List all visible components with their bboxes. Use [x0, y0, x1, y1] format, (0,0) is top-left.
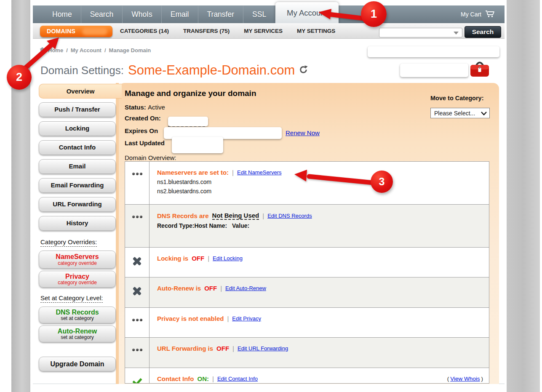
category-level-label: Auto-Renew — [58, 328, 97, 335]
table-row-contact-info: Contact Info ON: | Edit Contact Info ( V… — [125, 368, 489, 384]
view-whois-wrap: ( View Whois ) — [447, 376, 483, 382]
dots-icon — [132, 319, 142, 337]
left-margin — [11, 0, 30, 392]
override-sublabel: category override — [58, 280, 97, 285]
tab-ssl[interactable]: SSL — [243, 5, 275, 23]
subnav-domains-tab[interactable]: DOMAINS — [40, 26, 112, 37]
edit-locking-link[interactable]: Edit Locking — [213, 255, 243, 261]
sidebar-item-overview[interactable]: Overview — [39, 84, 122, 99]
category-select[interactable]: Please Select... — [430, 108, 490, 118]
edit-contact-info-link[interactable]: Edit Contact Info — [217, 376, 258, 382]
sidebar-item-nameservers-override[interactable]: NameServers category override — [39, 251, 116, 269]
quick-search-combo — [379, 28, 462, 37]
divider: | — [220, 285, 222, 292]
expires-label: Expires On — [125, 127, 158, 134]
created-label: Created On: — [125, 115, 161, 122]
divider: | — [232, 169, 234, 176]
row-status: ON: — [198, 375, 209, 382]
dots-icon — [132, 349, 142, 368]
category-select-value: Please Select... — [434, 110, 475, 117]
my-cart-button[interactable]: My Cart — [461, 5, 505, 23]
breadcrumb-current: Manage Domain — [109, 47, 151, 53]
row-title: URL Forwarding is — [157, 345, 213, 352]
combo-dropdown-arrow-icon[interactable] — [454, 32, 459, 35]
annotation-step-2: 2 — [7, 65, 32, 90]
sidebar-item-contact-info[interactable]: Contact Info — [39, 140, 116, 155]
edit-nameservers-link[interactable]: Edit NameServers — [237, 169, 281, 176]
breadcrumb-my-account[interactable]: My Account — [71, 47, 101, 53]
screen: Home Search WhoIs Email Transfer SSL My … — [0, 0, 542, 392]
edit-auto-renew-link[interactable]: Edit Auto-Renew — [225, 285, 266, 291]
edit-url-forwarding-link[interactable]: Edit URL Forwarding — [238, 345, 288, 352]
override-sublabel: category override — [58, 261, 97, 266]
chevron-down-icon — [481, 112, 487, 115]
annotation-step-3: 3 — [371, 171, 393, 193]
sidebar-item-email[interactable]: Email — [39, 159, 116, 174]
breadcrumb-home[interactable]: Home — [48, 47, 63, 53]
domain-overview-label: Domain Overview: — [125, 154, 176, 161]
table-row-auto-renew: Auto-Renew is OFF | Edit Auto-Renew — [125, 277, 489, 307]
table-row-nameservers: Nameservers are set to: | Edit NameServe… — [125, 162, 489, 204]
my-cart-label: My Cart — [461, 11, 481, 18]
row-title: Contact Info — [157, 375, 194, 382]
divider: | — [208, 255, 209, 262]
view-whois-link[interactable]: View Whois — [450, 376, 480, 382]
subnav-item-categories[interactable]: CATEGORIES (14) — [120, 28, 169, 34]
redacted-count-smudge — [82, 28, 107, 35]
sidebar-item-auto-renew-category[interactable]: Auto-Renew set at category — [39, 325, 116, 342]
row-title: Privacy is not enabled — [157, 315, 224, 322]
row-title: DNS Records are — [157, 212, 209, 219]
title-prefix: Domain Settings: — [40, 64, 124, 77]
toolbox-icon[interactable] — [470, 60, 490, 79]
dns-record-headers: Record Type:Host Name: Value: — [157, 222, 483, 229]
refresh-icon[interactable] — [299, 65, 308, 76]
updated-line: Last Updated — [125, 139, 165, 147]
nameserver-value: ns2.bluestardns.com — [157, 188, 483, 195]
tab-whois[interactable]: WhoIs — [123, 5, 162, 23]
dots-icon — [132, 173, 142, 204]
move-to-category-label: Move to Category: — [430, 95, 484, 101]
search-button[interactable]: Search — [465, 26, 501, 38]
tab-home[interactable]: Home — [43, 5, 81, 23]
status-label: Status: — [125, 104, 146, 111]
sidebar-item-history[interactable]: History — [39, 216, 116, 231]
row-status: OFF — [192, 255, 204, 262]
subnav-item-transfers[interactable]: TRANSFERS (75) — [183, 28, 230, 34]
sidebar-item-url-forwarding[interactable]: URL Forwarding — [39, 197, 116, 212]
page: Home Search WhoIs Email Transfer SSL My … — [33, 0, 505, 384]
tab-my-account[interactable]: My Account — [275, 2, 339, 23]
renew-now-link[interactable]: Renew Now — [286, 129, 320, 136]
category-level-sublabel: set at category — [61, 335, 94, 340]
created-line: Created On: — [125, 115, 161, 122]
subnav-item-my-services[interactable]: MY SERVICES — [244, 28, 283, 34]
tab-transfer[interactable]: Transfer — [198, 5, 244, 23]
table-row-dns-records: DNS Records are Not Being Used | Edit DN… — [125, 204, 489, 247]
paren-open: ( — [447, 376, 449, 382]
row-title: Nameservers are set to: — [157, 169, 229, 176]
override-label: Privacy — [65, 273, 89, 280]
quick-search-input[interactable] — [381, 29, 453, 37]
subnav-item-my-settings[interactable]: MY SETTINGS — [297, 28, 335, 34]
tab-email[interactable]: Email — [162, 5, 198, 23]
redacted-box — [168, 117, 208, 126]
sidebar-item-push-transfer[interactable]: Push / Transfer — [39, 102, 116, 117]
edit-privacy-link[interactable]: Edit Privacy — [232, 315, 261, 322]
upgrade-domain-button[interactable]: Upgrade Domain — [39, 357, 116, 371]
table-row-privacy: Privacy is not enabled | Edit Privacy — [125, 307, 489, 337]
dots-icon — [132, 216, 142, 247]
sidebar-item-dns-records-category[interactable]: DNS Records set at category — [39, 307, 116, 323]
category-overrides-label: Category Overrides: — [40, 238, 97, 247]
sidebar-item-email-forwarding[interactable]: Email Forwarding — [39, 178, 116, 193]
page-title: Domain Settings: Some-Example-Domain.com — [40, 61, 308, 80]
panel-edge — [116, 83, 119, 384]
redacted-box — [368, 46, 499, 57]
paren-close: ) — [481, 376, 483, 382]
renew-now-wrap: Renew Now — [286, 129, 320, 136]
row-title: Auto-Renew is — [157, 285, 201, 292]
sidebar-item-locking[interactable]: Locking — [39, 121, 116, 136]
tab-search[interactable]: Search — [81, 5, 123, 23]
sidebar-item-privacy-override[interactable]: Privacy category override — [39, 271, 116, 288]
row-title: Locking is — [157, 255, 188, 262]
edit-dns-records-link[interactable]: Edit DNS Records — [267, 213, 312, 219]
divider: | — [212, 375, 214, 382]
